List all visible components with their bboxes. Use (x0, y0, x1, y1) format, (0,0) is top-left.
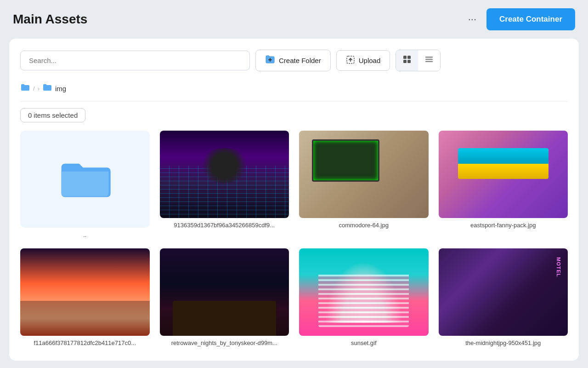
view-toggle (396, 50, 441, 71)
grid-item-commodore[interactable]: commodore-64.jpg (299, 131, 429, 238)
fanny-thumb (439, 131, 568, 218)
breadcrumb-slash: / (33, 85, 35, 92)
more-options-button[interactable]: ··· (464, 12, 480, 27)
upload-icon (346, 55, 355, 66)
upload-label: Upload (359, 57, 381, 64)
svg-rect-10 (425, 61, 433, 63)
grid-view-button[interactable] (396, 50, 418, 71)
grid-item-sunset[interactable]: sunset.gif (299, 248, 429, 346)
main-panel: Create Folder Upload (9, 39, 579, 361)
grid-item-synth[interactable]: 9136359d1367bf96a345266859cdf9... (160, 131, 289, 238)
retro-city-label: f11a666f378177812dfc2b411e717c0... (20, 339, 150, 346)
search-input[interactable] (20, 51, 250, 70)
svg-rect-9 (425, 59, 433, 60)
grid-item-car-night[interactable]: retrowave_nights_by_tonyskeor-d99m... (160, 248, 289, 346)
list-view-button[interactable] (418, 50, 440, 71)
grid-item-folder-parent[interactable]: .. (20, 131, 150, 238)
car-night-thumb (160, 248, 289, 336)
svg-rect-6 (403, 60, 407, 63)
create-container-button[interactable]: Create Container (486, 8, 575, 30)
selection-count: 0 (28, 111, 32, 119)
synth-thumb (160, 131, 289, 218)
svg-rect-5 (407, 56, 411, 59)
svg-rect-4 (403, 56, 407, 59)
breadcrumb: / › img (20, 80, 568, 102)
create-folder-icon (265, 55, 275, 66)
breadcrumb-folder-icon (42, 83, 52, 94)
page-title: Main Assets (13, 12, 87, 27)
create-folder-button[interactable]: Create Folder (255, 50, 331, 71)
retro-city-thumb (20, 248, 150, 336)
header-actions: ··· Create Container (464, 8, 575, 30)
fanny-label: eastsport-fanny-pack.jpg (439, 222, 568, 229)
folder-parent-label: .. (20, 231, 150, 238)
upload-button[interactable]: Upload (336, 50, 390, 71)
commodore-thumb (299, 131, 429, 218)
breadcrumb-chevron: › (38, 85, 40, 92)
midnight-label: the-midnightjpg-950x451.jpg (439, 339, 568, 346)
sunset-thumb (299, 248, 429, 336)
car-night-label: retrowave_nights_by_tonyskeor-d99m... (160, 339, 289, 346)
svg-rect-8 (425, 57, 433, 58)
svg-rect-7 (407, 60, 411, 63)
folder-icon (57, 156, 113, 202)
commodore-label: commodore-64.jpg (299, 222, 429, 229)
file-grid: .. 9136359d1367bf96a345266859cdf9... com… (20, 131, 568, 346)
breadcrumb-root-icon[interactable] (20, 83, 30, 94)
grid-item-midnight[interactable]: the-midnightjpg-950x451.jpg (439, 248, 568, 346)
selection-label: items selected (34, 111, 78, 119)
app-header: Main Assets ··· Create Container (0, 0, 588, 39)
synth-label: 9136359d1367bf96a345266859cdf9... (160, 222, 289, 229)
sunset-label: sunset.gif (299, 339, 429, 346)
midnight-thumb (439, 248, 568, 336)
selection-bar: 0 items selected (20, 108, 85, 122)
folder-parent-thumb (20, 131, 150, 228)
grid-item-fanny[interactable]: eastsport-fanny-pack.jpg (439, 131, 568, 238)
breadcrumb-current: img (55, 85, 66, 92)
grid-item-retro-city[interactable]: f11a666f378177812dfc2b411e717c0... (20, 248, 150, 346)
create-folder-label: Create Folder (279, 57, 321, 64)
toolbar: Create Folder Upload (20, 50, 568, 71)
